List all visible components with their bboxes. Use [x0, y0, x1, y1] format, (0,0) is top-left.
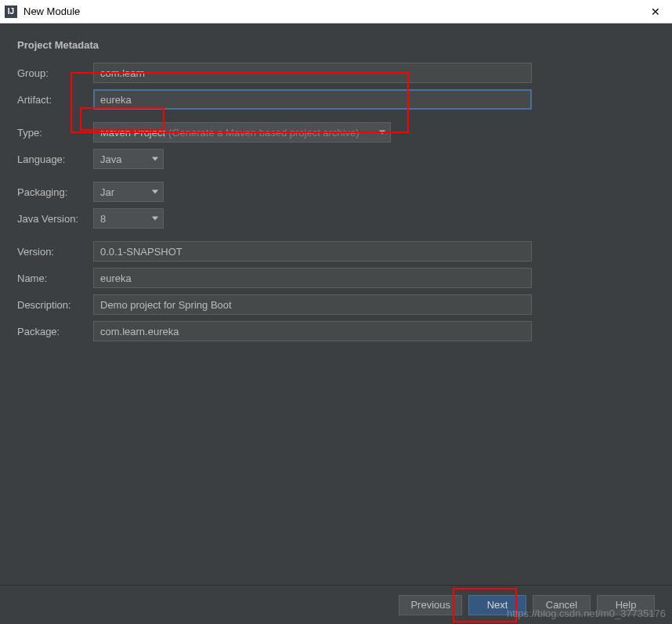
java-version-select-value: 8 — [100, 213, 106, 225]
label-packaging: Packaging: — [17, 186, 93, 198]
version-input[interactable] — [93, 241, 532, 262]
section-meta: Version: Name: Description: Package: — [17, 240, 655, 342]
titlebar: IJ New Module ✕ — [0, 0, 672, 23]
label-java-version: Java Version: — [17, 213, 93, 225]
chevron-down-icon — [379, 131, 385, 135]
previous-button[interactable]: Previous — [399, 595, 462, 615]
section-identity: Group: Artifact: — [17, 62, 655, 110]
help-button[interactable]: Help — [597, 595, 655, 615]
next-button[interactable]: Next — [468, 595, 526, 615]
artifact-input[interactable] — [93, 89, 532, 110]
page-title: Project Metadata — [17, 39, 655, 51]
description-input[interactable] — [93, 294, 532, 315]
section-build: Type: Maven Project (Generate a Maven ba… — [17, 121, 655, 170]
group-input[interactable] — [93, 63, 532, 83]
button-bar: Previous Next Cancel Help https://blog.c… — [0, 585, 672, 624]
chevron-down-icon — [152, 190, 158, 194]
chevron-down-icon — [152, 217, 158, 221]
section-runtime: Packaging: Jar Java Version: 8 — [17, 181, 655, 229]
chevron-down-icon — [152, 157, 158, 161]
type-select[interactable]: Maven Project (Generate a Maven based pr… — [93, 122, 391, 142]
packaging-select[interactable]: Jar — [93, 182, 164, 202]
label-package: Package: — [17, 326, 93, 337]
label-name: Name: — [17, 272, 93, 284]
java-version-select[interactable]: 8 — [93, 208, 164, 229]
package-input[interactable] — [93, 321, 532, 341]
label-group: Group: — [17, 67, 93, 79]
packaging-select-value: Jar — [100, 186, 114, 198]
label-version: Version: — [17, 246, 93, 258]
label-description: Description: — [17, 299, 93, 311]
label-artifact: Artifact: — [17, 94, 93, 106]
label-language: Language: — [17, 153, 93, 165]
window-title: New Module — [23, 5, 644, 17]
name-input[interactable] — [93, 268, 532, 288]
type-select-value: Maven Project — [100, 127, 165, 139]
label-type: Type: — [17, 127, 93, 139]
type-select-hint: (Generate a Maven based project archive) — [168, 127, 359, 139]
close-icon[interactable]: ✕ — [644, 5, 667, 18]
language-select-value: Java — [100, 153, 121, 165]
app-icon: IJ — [5, 5, 17, 18]
dialog-body: Project Metadata Group: Artifact: Type: … — [0, 23, 672, 585]
language-select[interactable]: Java — [93, 149, 164, 169]
cancel-button[interactable]: Cancel — [533, 595, 591, 615]
